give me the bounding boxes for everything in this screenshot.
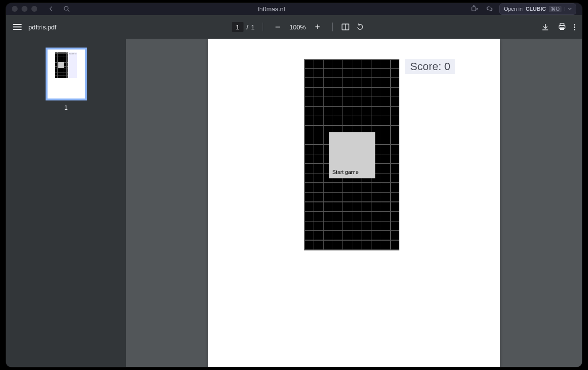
thumb-score: Score: 0 bbox=[69, 52, 77, 78]
extension-puzzle-icon[interactable] bbox=[470, 4, 480, 14]
divider bbox=[263, 23, 263, 31]
svg-rect-2 bbox=[472, 7, 476, 11]
svg-line-1 bbox=[68, 10, 69, 11]
score-display: Score: 0 bbox=[405, 59, 455, 74]
search-icon[interactable] bbox=[61, 3, 73, 15]
link-icon[interactable] bbox=[485, 4, 494, 14]
maximize-window-button[interactable] bbox=[31, 6, 37, 12]
ext-shortcut: ⌘O bbox=[549, 6, 562, 12]
page-sep: / bbox=[246, 24, 248, 31]
pdf-viewer: pdftris.pdf / 1 − 100% + bbox=[6, 15, 582, 367]
chevron-down-icon[interactable] bbox=[564, 7, 572, 11]
thumbnail-panel: Score: 0 1 bbox=[6, 39, 126, 367]
ext-prefix: Open in bbox=[504, 6, 523, 12]
start-game-label: Start game bbox=[332, 169, 359, 175]
download-icon[interactable] bbox=[540, 22, 550, 32]
page-thumbnail[interactable]: Score: 0 bbox=[46, 48, 87, 100]
score-label: Score: bbox=[410, 60, 444, 73]
svg-rect-7 bbox=[560, 27, 564, 30]
back-button[interactable] bbox=[45, 3, 57, 15]
zoom-level: 100% bbox=[290, 24, 306, 31]
divider bbox=[332, 23, 333, 31]
ext-brand: CLUBIC bbox=[526, 6, 546, 12]
zoom-in-button[interactable]: + bbox=[311, 20, 324, 34]
open-in-clubic-button[interactable]: Open in CLUBIC ⌘O bbox=[499, 3, 576, 15]
url-text: th0mas.nl bbox=[257, 5, 285, 13]
browser-window: th0mas.nl Open in CLUBIC ⌘O pdft bbox=[6, 3, 582, 367]
thumb-game-board bbox=[55, 52, 68, 78]
page-total: 1 bbox=[251, 24, 255, 31]
page-number-input[interactable] bbox=[232, 22, 244, 32]
pdf-filename: pdftris.pdf bbox=[28, 24, 56, 31]
game-board[interactable]: Start game bbox=[304, 59, 399, 250]
pdf-page: Start game Score: 0 bbox=[208, 39, 500, 367]
score-value: 0 bbox=[444, 60, 450, 73]
address-bar[interactable]: th0mas.nl bbox=[76, 5, 466, 13]
close-window-button[interactable] bbox=[12, 6, 18, 12]
more-menu-icon[interactable] bbox=[574, 24, 575, 30]
tetris-game: Start game Score: 0 bbox=[304, 59, 455, 250]
pdf-content: Score: 0 1 Start game Score: 0 bbox=[6, 39, 582, 367]
page-indicator: / 1 bbox=[232, 22, 255, 32]
fit-page-icon[interactable] bbox=[341, 22, 350, 32]
browser-toolbar: th0mas.nl Open in CLUBIC ⌘O bbox=[6, 3, 582, 15]
menu-icon[interactable] bbox=[13, 24, 22, 30]
start-game-button[interactable]: Start game bbox=[329, 132, 375, 178]
window-controls bbox=[12, 6, 37, 12]
thumbnail-page-number: 1 bbox=[64, 104, 68, 111]
print-icon[interactable] bbox=[557, 22, 567, 32]
thumb-start-box bbox=[58, 62, 64, 68]
minimize-window-button[interactable] bbox=[22, 6, 27, 12]
pdf-toolbar: pdftris.pdf / 1 − 100% + bbox=[6, 15, 582, 39]
browser-right-controls: Open in CLUBIC ⌘O bbox=[470, 3, 576, 15]
page-canvas-area[interactable]: Start game Score: 0 bbox=[126, 39, 582, 367]
zoom-out-button[interactable]: − bbox=[271, 20, 285, 34]
rotate-icon[interactable] bbox=[355, 22, 365, 32]
